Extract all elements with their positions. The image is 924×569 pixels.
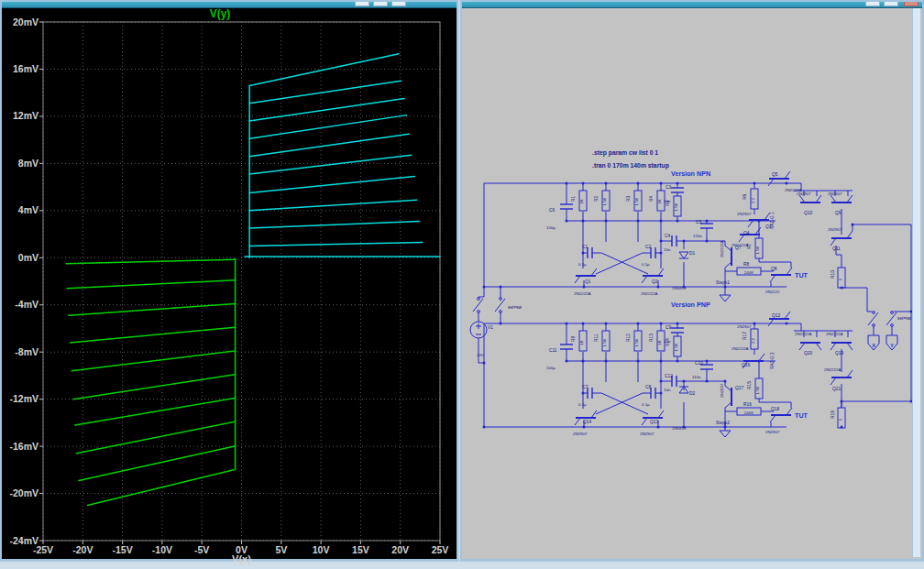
transistor-symbols[interactable] [575,171,852,425]
x-tick-label: 25V [432,544,449,555]
junction-dot [582,220,585,223]
schematic-label: 2N2907 [828,191,842,196]
junction-dot [660,240,663,243]
schematic-label: set=sw [897,316,912,321]
y-tick-label: -12mV [9,393,38,404]
close-button[interactable] [904,2,918,6]
trace-segment [249,243,423,246]
schematic-label: D1 [689,251,695,256]
schematic-label: 2N2907 [765,430,780,434]
schematic-label: R4 [649,196,654,202]
waveform-window: V(y) 20mV16mV12mV8mV4mV0mV-4mV-8mV-12mV-… [0,0,458,561]
schematic-label: V1 [488,325,493,330]
junction-dot [706,380,709,383]
schematic-label: 1N5819 [672,286,687,290]
transistor-icon[interactable] [830,195,852,202]
y-tick-label: 20mV [13,16,38,27]
junction-dot [657,426,660,429]
junction-dot [676,220,679,223]
transistor-icon[interactable] [725,386,732,408]
schematic-label: 1.5K [634,197,639,205]
schematic-label: C8 [645,385,651,389]
trace-segment [87,470,233,506]
schematic-titlebar[interactable] [462,2,922,8]
schematic-label: .step param cw list 0 1 [592,149,658,157]
transistor-icon[interactable] [799,195,821,202]
maximize-button[interactable] [373,2,388,6]
trace-segment [249,115,406,139]
switch-icon[interactable] [473,298,483,313]
junction-dot [637,323,640,325]
schematic-label: D2 [689,391,695,396]
schematic-label: 2N2222A [732,243,748,247]
junction-dot [786,182,788,185]
minimize-button[interactable] [865,2,880,6]
transistor-icon[interactable] [739,227,761,242]
transistor-icon[interactable] [830,343,852,350]
schematic-label: Steps1 [716,280,730,285]
switch-icon[interactable] [868,312,878,327]
junction-dot [841,400,843,403]
schematic-label: 1.5K [602,338,607,346]
schematic-label: 2N2907 [720,383,724,398]
junction-dot [754,182,756,185]
junction-dot [683,240,686,243]
schematic-label: R18 [830,410,835,419]
x-tick-label: 15V [352,544,369,555]
maximize-button[interactable] [884,2,898,6]
waveform-titlebar[interactable] [2,2,456,8]
junction-dot [706,360,709,363]
resistor-symbols[interactable] [579,189,845,428]
minimize-button[interactable] [355,2,369,6]
diode-icon[interactable] [679,252,688,258]
junction-dot [566,323,568,325]
transistor-icon[interactable] [799,343,821,350]
waveform-plot[interactable]: 20mV16mV12mV8mV4mV0mV-4mV-8mV-12mV-16mV-… [2,2,456,555]
switch-icon[interactable] [886,312,896,327]
trace-segment [249,200,417,211]
trace-segment [66,259,235,264]
junction-dot [683,380,686,383]
junction-dot [660,220,663,223]
schematic-label: Q11 [832,246,841,251]
x-tick-label: -20V [72,544,93,555]
schematic-label: Q2 [652,279,658,284]
transistor-icon[interactable] [725,246,732,268]
schematic-label: R9 [571,336,576,342]
schematic-canvas[interactable]: .step param cw list 0 1.tran 0 170m 140m… [464,7,915,559]
trace-segment [249,155,412,174]
junction-dot [605,182,608,185]
schematic-label: 2N2907 [737,212,752,216]
plot-grid [43,22,440,541]
schematic-label: C9 [666,325,671,330]
schematic-label: Q1 [585,279,591,284]
schematic-label: 2.2 [751,197,755,203]
resistor-icon[interactable] [838,268,845,288]
schematic-label: 2.2 [751,337,755,344]
schematic-label: 2N2222A [824,367,841,372]
schematic-label: 2N2907 [573,432,588,436]
transistor-icon[interactable] [830,370,852,385]
junction-dot [660,182,663,185]
plot-axis-labels: 20mV16mV12mV8mV4mV0mV-4mV-8mV-12mV-16mV-… [9,16,448,556]
schematic-label: 1N5819 [672,426,687,431]
junction-dot [582,360,585,363]
vertical-scrollbar[interactable] [912,7,920,557]
schematic-label: Q19 [835,351,843,356]
ground-icon[interactable] [720,287,731,301]
schematic-label: 1K [579,340,584,345]
resistor-icon[interactable] [838,408,845,428]
close-button[interactable] [391,2,406,6]
schematic-label: X [872,343,875,348]
switch-icon[interactable] [495,298,505,313]
junction-dot [483,286,486,289]
junction-dot [582,323,585,325]
junction-dot [676,182,679,185]
trace-segment [249,99,404,121]
junction-dot [660,392,663,395]
trace-segment [72,351,235,371]
y-tick-label: 0mV [18,252,38,263]
schematic-label: R1 [571,196,576,202]
junction-dot [583,286,586,289]
schematic-label: R6 [742,194,747,200]
